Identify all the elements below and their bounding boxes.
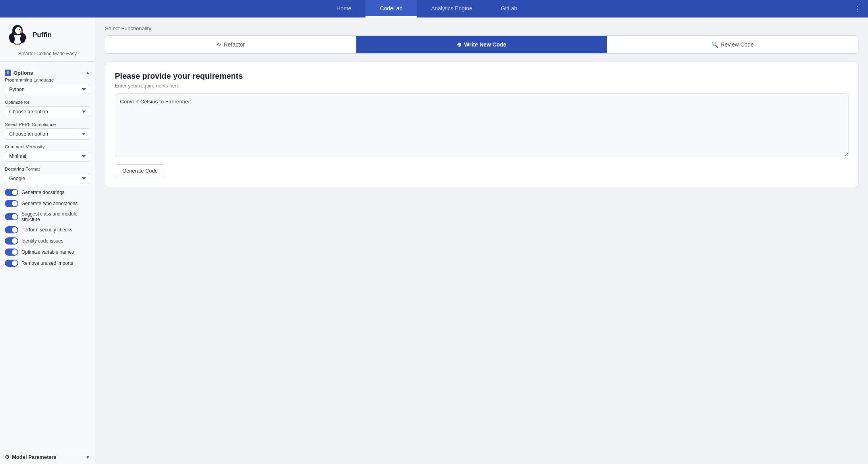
toggle-suggest-class-module: Suggest class and module structure xyxy=(5,211,90,222)
write-new-code-icon: ⊕ xyxy=(457,41,462,48)
write-new-code-label: Write New Code xyxy=(464,41,506,48)
sidebar-logo: Puffin xyxy=(0,17,95,49)
programming-language-label: Programming Language xyxy=(5,78,90,82)
sidebar-tagline: Smarter Coding Made Easy xyxy=(0,49,95,61)
toggle-generate-docstrings-label: Generate docstrings xyxy=(21,190,64,195)
toggle-generate-type-annotations-switch[interactable] xyxy=(5,200,18,207)
sidebar: Puffin Smarter Coding Made Easy ⊞ Option… xyxy=(0,17,95,464)
toggle-suggest-class-module-switch[interactable] xyxy=(5,213,18,220)
docstring-format-select[interactable]: Google NumPy Sphinx reStructuredText xyxy=(5,173,90,184)
toggle-remove-unused-imports-label: Remove unused imports xyxy=(21,260,73,266)
pep8-select[interactable]: Choose an option Strict Moderate Relaxed xyxy=(5,128,90,140)
programming-language-select[interactable]: Python JavaScript TypeScript Java C++ Go… xyxy=(5,84,90,95)
optimize-for-label: Optimize for xyxy=(5,100,90,105)
toggle-suggest-class-module-label: Suggest class and module structure xyxy=(21,211,90,222)
tab-review-code[interactable]: 🔍 Review Code xyxy=(607,36,858,53)
toggle-remove-unused-imports-switch[interactable] xyxy=(5,260,18,267)
main-layout: Puffin Smarter Coding Made Easy ⊞ Option… xyxy=(0,17,868,464)
programming-language-group: Programming Language Python JavaScript T… xyxy=(5,78,90,95)
comment-verbosity-label: Comment Verbosity xyxy=(5,144,90,149)
toggle-generate-docstrings-switch[interactable] xyxy=(5,189,18,196)
toggle-identify-code-issues: Identify code issues xyxy=(5,237,90,245)
review-code-icon: 🔍 xyxy=(711,41,718,48)
comment-verbosity-group: Comment Verbosity Minimal Moderate Verbo… xyxy=(5,144,90,162)
select-functionality-label: Select Functionality xyxy=(105,25,858,31)
more-menu-button[interactable]: ⋮ xyxy=(851,4,865,14)
toggle-identify-code-issues-label: Identify code issues xyxy=(21,238,63,244)
options-label: Options xyxy=(14,70,33,76)
model-params-title: ⚙ Model Parameters xyxy=(5,454,56,460)
optimize-for-select[interactable]: Choose an option Performance Readability… xyxy=(5,106,90,117)
toggle-perform-security-checks-switch[interactable] xyxy=(5,226,18,233)
toggle-generate-type-annotations-label: Generate type annotations xyxy=(21,201,77,206)
pep8-compliance-group: Select PEP8 Compliance Choose an option … xyxy=(5,122,90,140)
docstring-format-group: Docstring Format Google NumPy Sphinx reS… xyxy=(5,167,90,184)
tab-write-new-code[interactable]: ⊕ Write New Code xyxy=(356,36,607,53)
card-subtitle: Enter your requirements here xyxy=(115,83,849,89)
toggle-remove-unused-imports: Remove unused imports xyxy=(5,260,90,267)
pep8-label: Select PEP8 Compliance xyxy=(5,122,90,127)
options-section-header[interactable]: ⊞ Options ▲ xyxy=(5,68,90,78)
generate-code-button[interactable]: Generate Code xyxy=(115,164,165,177)
svg-rect-9 xyxy=(15,44,17,45)
options-chevron-icon: ▲ xyxy=(85,70,90,76)
requirements-card: Please provide your requirements Enter y… xyxy=(105,62,858,187)
toggle-identify-code-issues-switch[interactable] xyxy=(5,237,18,245)
svg-point-3 xyxy=(15,27,21,34)
nav-tab-analytics[interactable]: Analytics Engine xyxy=(417,0,487,17)
sidebar-divider xyxy=(0,61,95,62)
svg-rect-10 xyxy=(18,44,20,45)
toggle-generate-docstrings: Generate docstrings xyxy=(5,189,90,196)
review-code-label: Review Code xyxy=(721,41,754,48)
refactor-icon: ↻ xyxy=(217,41,221,48)
comment-verbosity-select[interactable]: Minimal Moderate Verbose xyxy=(5,151,90,162)
optimize-for-group: Optimize for Choose an option Performanc… xyxy=(5,100,90,117)
toggle-perform-security-checks-label: Perform security checks xyxy=(21,227,72,233)
requirements-textarea[interactable] xyxy=(115,93,849,157)
refactor-label: Refactor xyxy=(224,41,245,48)
toggle-perform-security-checks: Perform security checks xyxy=(5,226,90,233)
nav-tabs: Home CodeLab Analytics Engine GitLab xyxy=(3,0,851,17)
puffin-logo-icon xyxy=(6,24,29,46)
toggle-optimize-variable-names: Optimize variable names xyxy=(5,249,90,256)
functionality-tabs: ↻ Refactor ⊕ Write New Code 🔍 Review Cod… xyxy=(105,35,858,54)
model-params-icon: ⚙ xyxy=(5,454,10,460)
options-section: ⊞ Options ▲ Programming Language Python … xyxy=(0,65,95,274)
toggle-generate-type-annotations: Generate type annotations xyxy=(5,200,90,207)
main-content: Select Functionality ↻ Refactor ⊕ Write … xyxy=(95,17,868,464)
toggle-optimize-variable-names-switch[interactable] xyxy=(5,249,18,256)
card-title: Please provide your requirements xyxy=(115,72,849,81)
top-nav: Home CodeLab Analytics Engine GitLab ⋮ xyxy=(0,0,868,17)
model-params-label: Model Parameters xyxy=(12,454,56,460)
options-title: ⊞ Options xyxy=(5,70,33,76)
sidebar-app-name: Puffin xyxy=(33,31,52,39)
model-params-chevron-icon: ▼ xyxy=(85,454,90,460)
svg-point-6 xyxy=(19,29,20,29)
nav-tab-gitlab[interactable]: GitLab xyxy=(487,0,532,17)
nav-tab-home[interactable]: Home xyxy=(322,0,365,17)
tab-refactor[interactable]: ↻ Refactor xyxy=(105,36,356,53)
options-icon: ⊞ xyxy=(5,70,11,76)
nav-tab-codelab[interactable]: CodeLab xyxy=(365,0,417,17)
svg-point-5 xyxy=(19,29,20,30)
docstring-format-label: Docstring Format xyxy=(5,167,90,171)
toggle-optimize-variable-names-label: Optimize variable names xyxy=(21,249,74,255)
model-parameters-section[interactable]: ⚙ Model Parameters ▼ xyxy=(0,450,95,464)
